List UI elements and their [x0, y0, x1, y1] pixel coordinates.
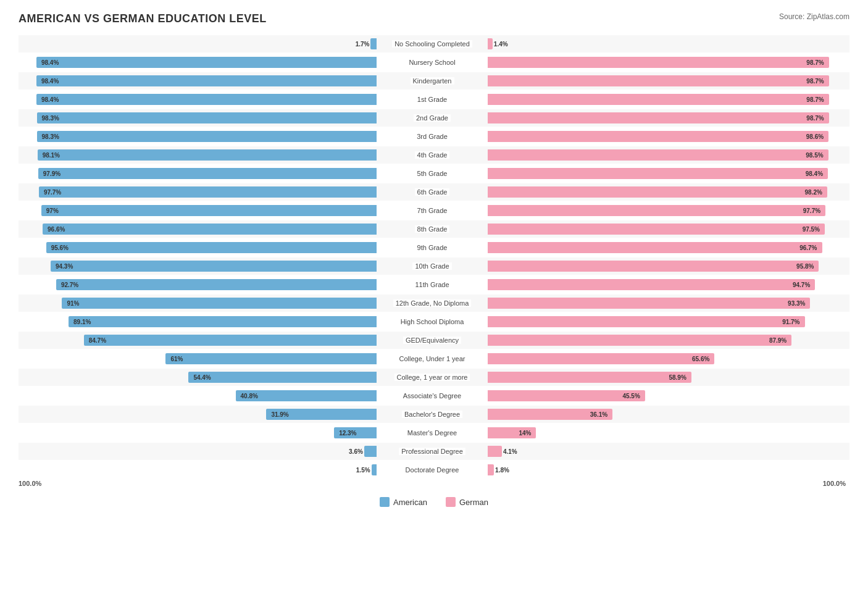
bar-label-container: 8th Grade	[377, 220, 488, 238]
table-row: 91%12th Grade, No Diploma93.3%	[19, 295, 849, 312]
bar-american: 54.4%	[188, 372, 377, 383]
right-bar-container: 4.1%	[488, 443, 846, 460]
bar-german-value: 45.5%	[620, 393, 642, 399]
bar-german: 58.9%	[488, 372, 691, 383]
bar-german-value: 96.7%	[797, 245, 819, 251]
bar-label-container: 7th Grade	[377, 202, 488, 219]
bar-german: 98.4%	[488, 168, 828, 179]
chart-title: AMERICAN VS GERMAN EDUCATION LEVEL	[19, 12, 849, 25]
bar-label-container: 11th Grade	[377, 276, 488, 293]
bar-american-value: 98.4%	[39, 78, 61, 85]
table-row: 98.4%1st Grade98.7%	[19, 91, 849, 108]
bar-german-value: 1.8%	[495, 467, 509, 474]
bar-german-value: 98.4%	[803, 170, 825, 177]
bar-american: 92.7%	[56, 279, 377, 290]
bar-label: No Schooling Completed	[392, 40, 472, 48]
bar-american-value: 40.8%	[238, 393, 261, 399]
right-bar-container: 87.9%	[488, 332, 846, 349]
bar-label-container: GED/Equivalency	[377, 332, 488, 349]
table-row: 54.4%College, 1 year or more58.9%	[19, 369, 849, 386]
bar-american-value: 97.9%	[41, 170, 63, 177]
bar-label-container: 1st Grade	[377, 91, 488, 108]
bar-american: 98.3%	[37, 112, 377, 123]
bar-german: 95.8%	[488, 261, 819, 272]
bar-american: 61%	[165, 353, 377, 364]
bar-german-value: 95.8%	[794, 263, 816, 270]
bar-german-value: 93.3%	[785, 300, 807, 307]
right-bar-container: 1.4%	[488, 35, 846, 52]
right-bar-container: 14%	[488, 424, 846, 441]
legend-german-color	[446, 497, 456, 507]
left-bar-container: 12.3%	[19, 424, 377, 441]
bar-american-value: 54.4%	[191, 374, 213, 381]
bar-american-value: 94.3%	[53, 263, 75, 270]
bar-label: College, 1 year or more	[394, 374, 470, 381]
bar-german-value: 98.7%	[804, 115, 826, 122]
bars-area: 1.7%No Schooling Completed1.4%98.4%Nurse…	[19, 35, 849, 479]
table-row: 40.8%Associate's Degree45.5%	[19, 387, 849, 404]
bar-label-container: Master's Degree	[377, 424, 488, 441]
bar-label: 6th Grade	[415, 188, 450, 196]
table-row: 97.9%5th Grade98.4%	[19, 165, 849, 182]
bar-label: 9th Grade	[415, 244, 450, 251]
bar-german: 98.2%	[488, 186, 827, 198]
table-row: 12.3%Master's Degree14%	[19, 424, 849, 441]
axis-left-label: 100.0%	[19, 480, 41, 487]
bar-american: 40.8%	[236, 390, 377, 401]
bar-german-value: 91.7%	[780, 319, 802, 325]
right-bar-container: 95.8%	[488, 257, 846, 275]
bar-german: 98.7%	[488, 75, 829, 86]
bar-american: 97.9%	[38, 168, 377, 179]
right-bar-container: 97.5%	[488, 220, 846, 238]
bar-label-container: College, Under 1 year	[377, 350, 488, 367]
table-row: 1.7%No Schooling Completed1.4%	[19, 35, 849, 52]
bar-german-value: 98.7%	[804, 96, 826, 103]
bar-american-value: 91%	[64, 300, 81, 307]
bar-label-container: 12th Grade, No Diploma	[377, 295, 488, 312]
bar-label: 2nd Grade	[414, 114, 451, 122]
bar-label-container: No Schooling Completed	[377, 35, 488, 52]
left-bar-container: 91%	[19, 295, 377, 312]
left-bar-container: 98.4%	[19, 54, 377, 71]
bar-german: 65.6%	[488, 353, 714, 364]
bar-american-value: 98.4%	[39, 59, 61, 66]
bar-label-container: 2nd Grade	[377, 109, 488, 127]
bar-german-value: 98.7%	[804, 78, 826, 85]
table-row: 98.3%2nd Grade98.7%	[19, 109, 849, 127]
chart-container: AMERICAN VS GERMAN EDUCATION LEVEL Sourc…	[0, 0, 868, 544]
table-row: 61%College, Under 1 year65.6%	[19, 350, 849, 367]
bar-american-value: 97%	[44, 207, 61, 214]
source-text: Source: ZipAtlas.com	[779, 12, 849, 21]
right-bar-container: 58.9%	[488, 369, 846, 386]
right-bar-container: 97.7%	[488, 202, 846, 219]
left-bar-container: 1.5%	[19, 461, 377, 479]
left-bar-container: 61%	[19, 350, 377, 367]
bar-label: High School Diploma	[398, 318, 467, 325]
bar-label-container: Bachelor's Degree	[377, 406, 488, 423]
bar-german: 45.5%	[488, 390, 645, 401]
bar-label: 1st Grade	[415, 96, 449, 103]
left-bar-container: 1.7%	[19, 35, 377, 52]
right-bar-container: 94.7%	[488, 276, 846, 293]
bar-label: 10th Grade	[412, 262, 451, 270]
bar-german-value: 98.7%	[804, 59, 826, 66]
bar-american: 91%	[62, 298, 377, 309]
bar-american-value: 98.3%	[40, 115, 62, 122]
left-bar-container: 97.9%	[19, 165, 377, 182]
table-row: 98.4%Kindergarten98.7%	[19, 72, 849, 90]
bar-label-container: 4th Grade	[377, 146, 488, 164]
bar-label: Kindergarten	[411, 77, 454, 85]
bar-american: 98.4%	[36, 75, 377, 86]
bar-german-value: 97.7%	[801, 207, 823, 214]
bar-label: Associate's Degree	[401, 392, 464, 399]
bar-german: 1.4%	[488, 38, 493, 49]
bar-american: 94.3%	[51, 261, 377, 272]
bar-label-container: 10th Grade	[377, 257, 488, 275]
bar-german-value: 36.1%	[588, 411, 610, 418]
bar-label-container: High School Diploma	[377, 313, 488, 330]
legend-american-color	[380, 497, 390, 507]
bar-german: 93.3%	[488, 298, 810, 309]
bar-label: GED/Equivalency	[403, 337, 461, 344]
bar-label-container: 6th Grade	[377, 183, 488, 201]
legend-german-label: German	[459, 498, 488, 507]
